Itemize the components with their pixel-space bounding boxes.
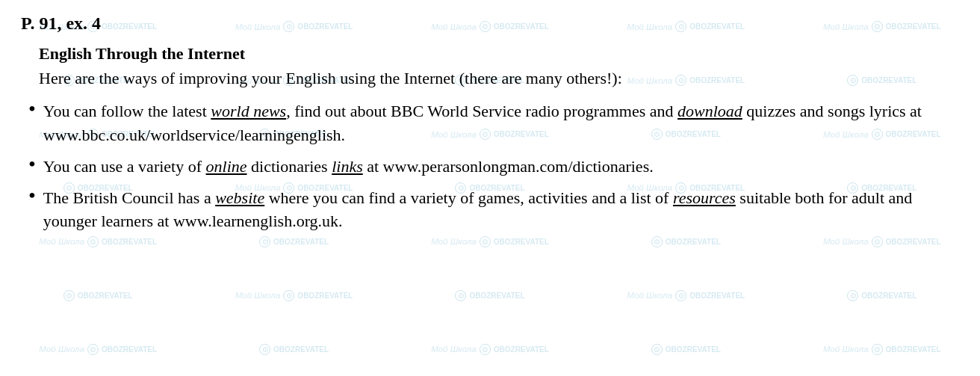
bullet-dot-3: • [28,185,36,208]
bullet-list: • You can follow the latest world news, … [28,99,959,233]
wm-cell: ⊙OBOZREVATEL [588,322,784,376]
page-title: P. 91, ex. 4 [21,13,959,34]
wm-cell: ⊙OBOZREVATEL [196,322,391,376]
wm-cell: ⊙OBOZREVATEL [392,268,588,322]
link-online: online [206,157,247,176]
wm-cell: Мой Школа ⊙ OBOZREVATEL [0,322,196,376]
wm-cell: ⊙OBOZREVATEL [784,268,980,322]
bullet-text-3: The British Council has a website where … [43,186,959,234]
link-world-news: world news [211,102,286,120]
wm-cell: Мой Школа ⊙ OBOZREVATEL [392,322,588,376]
bullet-item-2: • You can use a variety of online dictio… [28,155,959,179]
bullet-text-1: You can follow the latest world news, fi… [43,99,959,147]
bullet-text-2: You can use a variety of online dictiona… [43,155,959,179]
intro-paragraph: Here are the ways of improving your Engl… [39,67,959,90]
bullet-dot-2: • [28,153,36,176]
link-download: download [677,102,742,120]
wm-cell: Мой Школа ⊙ OBOZREVATEL [196,268,391,322]
link-resources: resources [673,188,736,207]
section-subtitle: English Through the Internet [39,44,959,64]
wm-cell: ⊙OBOZREVATEL [0,268,196,322]
bullet-item-3: • The British Council has a website wher… [28,186,959,234]
bullet-item-1: • You can follow the latest world news, … [28,99,959,147]
wm-cell: Мой Школа ⊙ OBOZREVATEL [588,268,784,322]
link-website: website [215,188,264,207]
bullet-dot-1: • [28,98,36,121]
wm-cell: Мой Школа ⊙ OBOZREVATEL [784,322,980,376]
main-content: P. 91, ex. 4 English Through the Interne… [0,0,980,254]
link-links: links [332,157,363,176]
